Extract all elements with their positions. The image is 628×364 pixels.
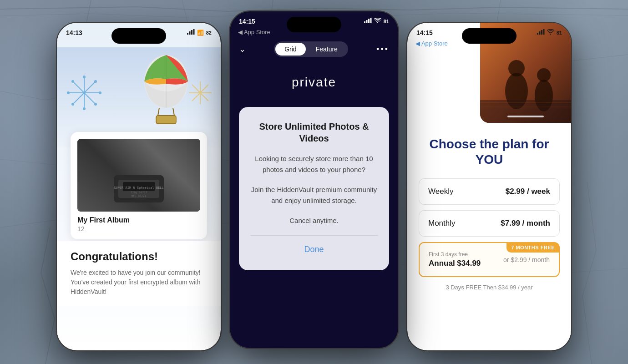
congrats-text: We're excited to have you join our commu… bbox=[71, 268, 207, 297]
wifi-icon-right bbox=[547, 29, 554, 36]
plan-option-weekly[interactable]: Weekly $2.99 / week bbox=[419, 178, 560, 205]
svg-text:SUPER AIR R Spherical BELL: SUPER AIR R Spherical BELL bbox=[114, 186, 164, 190]
signal-icon-center bbox=[364, 18, 372, 25]
plan-first-free: First 3 days free bbox=[429, 251, 481, 258]
signal-icon-right bbox=[537, 29, 545, 36]
phones-container: 14:13 📶 82 bbox=[0, 0, 628, 364]
svg-point-20 bbox=[67, 91, 70, 94]
plan-free-badge: 7 MONTHS FREE bbox=[506, 243, 559, 253]
plan-annual-price: Annual $34.99 bbox=[429, 259, 481, 268]
svg-text:MFG 06/21: MFG 06/21 bbox=[132, 194, 147, 197]
battery-right: 81 bbox=[557, 30, 562, 35]
wifi-icon-left: 📶 bbox=[197, 30, 204, 36]
svg-line-17 bbox=[73, 93, 84, 104]
signal-icon-left bbox=[187, 29, 195, 36]
right-time: 14:15 bbox=[416, 29, 433, 36]
popup-title: Store Unlimited Photos & Videos bbox=[250, 121, 378, 144]
plan-monthly-price: $7.99 / month bbox=[501, 219, 550, 228]
svg-rect-8 bbox=[156, 116, 176, 124]
svg-rect-42 bbox=[368, 19, 370, 23]
tab-switcher: Grid Feature bbox=[274, 41, 348, 57]
private-label: private bbox=[230, 75, 398, 90]
phone-center: 14:15 81 ◀ App Store ⌄ bbox=[230, 11, 398, 348]
tab-feature[interactable]: Feature bbox=[307, 43, 347, 56]
svg-line-16 bbox=[84, 81, 96, 93]
plan-monthly-name: Monthly bbox=[428, 219, 456, 228]
svg-rect-44 bbox=[537, 33, 538, 35]
congrats-title: Congratulations! bbox=[71, 250, 207, 263]
congrats-section: Congratulations! We're excited to have y… bbox=[57, 241, 221, 306]
svg-line-6 bbox=[173, 108, 174, 116]
center-time: 14:15 bbox=[239, 18, 255, 25]
svg-line-15 bbox=[84, 93, 96, 104]
plan-section: Choose the plan for YOU Weekly $2.99 / w… bbox=[407, 127, 571, 300]
svg-point-21 bbox=[99, 91, 101, 94]
center-status-right: 81 bbox=[364, 18, 389, 25]
popup-body1: Looking to securely store more than 10 p… bbox=[250, 153, 378, 175]
svg-point-24 bbox=[94, 80, 97, 83]
svg-point-23 bbox=[94, 103, 97, 106]
plan-option-monthly[interactable]: Monthly $7.99 / month bbox=[419, 210, 560, 237]
plan-footer: 3 Days FREE Then $34.99 / year bbox=[419, 284, 560, 291]
svg-point-51 bbox=[508, 60, 525, 76]
svg-rect-54 bbox=[480, 100, 571, 123]
plan-annual-left: First 3 days free Annual $34.99 bbox=[429, 251, 481, 268]
firework-right-svg bbox=[187, 79, 214, 106]
plan-title: Choose the plan for YOU bbox=[419, 136, 560, 167]
svg-rect-47 bbox=[543, 29, 544, 35]
popup-card: Store Unlimited Photos & Videos Looking … bbox=[239, 107, 389, 270]
svg-text:720g  B0737: 720g B0737 bbox=[131, 191, 147, 194]
album-count: 12 bbox=[77, 225, 200, 233]
svg-line-31 bbox=[200, 93, 208, 101]
phone-left: 14:13 📶 82 bbox=[57, 23, 221, 350]
svg-line-14 bbox=[73, 81, 84, 93]
dynamic-island-right bbox=[462, 28, 517, 44]
plan-weekly-name: Weekly bbox=[428, 187, 453, 196]
center-screen: 14:15 81 ◀ App Store ⌄ bbox=[230, 11, 398, 348]
plan-monthly-equiv: or $2.99 / month bbox=[503, 256, 550, 263]
svg-line-30 bbox=[192, 85, 200, 93]
svg-line-5 bbox=[158, 108, 159, 116]
svg-rect-45 bbox=[539, 31, 540, 35]
svg-line-33 bbox=[192, 93, 200, 101]
right-status-right: 81 bbox=[537, 29, 562, 36]
svg-rect-0 bbox=[187, 33, 188, 35]
helmet-svg: SUPER AIR R Spherical BELL 720g B0737 MF… bbox=[109, 166, 168, 207]
album-title: My First Album bbox=[77, 216, 200, 224]
center-back[interactable]: ◀ App Store bbox=[238, 29, 270, 35]
firework-svg bbox=[66, 75, 102, 111]
center-nav: ⌄ Grid Feature ••• bbox=[230, 38, 398, 61]
wifi-icon-center bbox=[374, 18, 381, 25]
svg-point-22 bbox=[71, 80, 74, 83]
album-image: SUPER AIR R Spherical BELL 720g B0737 MF… bbox=[77, 139, 200, 212]
left-screen: 14:13 📶 82 bbox=[57, 23, 221, 350]
right-back[interactable]: ◀ App Store bbox=[415, 40, 448, 47]
dynamic-island-center bbox=[287, 17, 341, 32]
svg-point-19 bbox=[83, 107, 86, 110]
svg-line-32 bbox=[200, 85, 208, 93]
svg-rect-43 bbox=[370, 18, 371, 23]
battery-center: 81 bbox=[384, 19, 389, 24]
battery-left: 82 bbox=[206, 30, 212, 35]
image-indicator bbox=[507, 116, 544, 117]
svg-rect-2 bbox=[191, 30, 192, 35]
left-time: 14:13 bbox=[66, 29, 82, 36]
popup-done-button[interactable]: Done bbox=[250, 243, 378, 257]
svg-point-25 bbox=[71, 103, 74, 106]
svg-point-18 bbox=[83, 76, 86, 78]
svg-rect-41 bbox=[366, 20, 367, 23]
plan-option-annual[interactable]: 7 MONTHS FREE First 3 days free Annual $… bbox=[419, 242, 560, 277]
tab-grid[interactable]: Grid bbox=[275, 43, 305, 56]
left-status-right: 📶 82 bbox=[187, 29, 212, 36]
balloon-svg bbox=[139, 52, 193, 125]
phone-right: 14:15 81 ◀ App Store bbox=[407, 23, 571, 350]
nav-chevron[interactable]: ⌄ bbox=[239, 44, 246, 54]
popup-divider bbox=[250, 235, 378, 236]
album-card: SUPER AIR R Spherical BELL 720g B0737 MF… bbox=[71, 132, 207, 239]
dynamic-island-left bbox=[111, 28, 166, 44]
nav-dots[interactable]: ••• bbox=[376, 45, 389, 54]
svg-rect-46 bbox=[541, 30, 542, 35]
svg-rect-1 bbox=[189, 31, 190, 35]
popup-body3: Cancel anytime. bbox=[250, 215, 378, 226]
popup-body2: Join the HiddenVault premium community a… bbox=[250, 184, 378, 206]
